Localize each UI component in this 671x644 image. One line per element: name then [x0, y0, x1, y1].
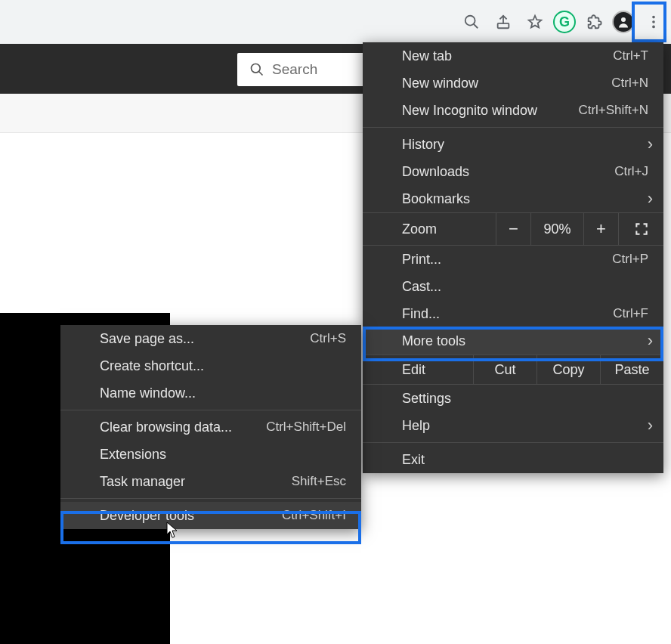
menu-separator [60, 410, 361, 410]
menu-item-label: Help [402, 418, 430, 434]
menu-item-label: Downloads [402, 164, 469, 180]
menu-item-label: Extensions [100, 447, 166, 463]
menu-exit[interactable]: Exit [363, 446, 663, 473]
menu-item-label: Task manager [100, 474, 185, 490]
chrome-more-tools-submenu: Save page as... Ctrl+S Create shortcut..… [60, 325, 361, 529]
menu-item-label: New Incognito window [402, 103, 537, 119]
zoom-in-button[interactable]: + [583, 213, 618, 245]
menu-item-label: Cast... [402, 279, 441, 295]
submenu-save-page[interactable]: Save page as... Ctrl+S [60, 325, 361, 352]
svg-point-0 [252, 64, 261, 73]
menu-separator [363, 127, 663, 128]
svg-point-5 [621, 17, 626, 22]
menu-print[interactable]: Print... Ctrl+P [363, 246, 663, 273]
menu-downloads[interactable]: Downloads Ctrl+J [363, 158, 663, 185]
menu-separator [363, 442, 663, 443]
menu-history[interactable]: History [363, 131, 663, 158]
menu-bookmarks[interactable]: Bookmarks [363, 185, 663, 212]
menu-item-shortcut: Ctrl+S [310, 331, 346, 346]
svg-line-1 [259, 72, 263, 76]
menu-new-incognito[interactable]: New Incognito window Ctrl+Shift+N [363, 97, 663, 124]
menu-new-window[interactable]: New window Ctrl+N [363, 70, 663, 97]
edit-paste[interactable]: Paste [600, 355, 663, 384]
zoom-label: Zoom [402, 221, 437, 237]
submenu-extensions[interactable]: Extensions [60, 441, 361, 468]
menu-zoom-row: Zoom − 90% + [363, 212, 663, 246]
menu-item-label: New tab [402, 48, 452, 64]
menu-item-shortcut: Ctrl+N [611, 76, 648, 91]
menu-item-shortcut: Ctrl+J [614, 164, 648, 179]
menu-item-label: More tools [402, 333, 465, 349]
menu-separator [60, 498, 361, 499]
menu-settings[interactable]: Settings [363, 385, 663, 412]
menu-item-label: Save page as... [100, 331, 194, 347]
fullscreen-button[interactable] [618, 213, 663, 245]
svg-point-2 [465, 16, 475, 26]
menu-item-shortcut: Ctrl+Shift+I [282, 508, 346, 523]
menu-item-label: Clear browsing data... [100, 420, 232, 435]
search-placeholder: Search [272, 61, 317, 78]
menu-cast[interactable]: Cast... [363, 273, 663, 300]
svg-line-3 [474, 24, 478, 29]
more-menu-button[interactable] [639, 4, 668, 40]
menu-item-shortcut: Shift+Esc [292, 474, 346, 489]
profile-avatar[interactable] [612, 11, 635, 33]
edit-cut[interactable]: Cut [473, 355, 536, 384]
menu-item-label: History [402, 137, 444, 153]
zoom-indicator-icon[interactable] [458, 8, 485, 36]
menu-help[interactable]: Help [363, 412, 663, 439]
edit-copy[interactable]: Copy [536, 355, 600, 384]
menu-item-label: Name window... [100, 385, 196, 401]
menu-more-tools[interactable]: More tools [363, 327, 663, 355]
chrome-toolbar: G [0, 0, 671, 44]
fullscreen-icon [634, 221, 649, 237]
menu-item-label: Print... [402, 252, 441, 268]
menu-item-shortcut: Ctrl+P [612, 252, 648, 267]
svg-point-6 [652, 16, 655, 19]
svg-point-7 [652, 20, 655, 23]
menu-item-label: Create shortcut... [100, 358, 204, 374]
submenu-create-shortcut[interactable]: Create shortcut... [60, 352, 361, 379]
extension-grammarly-icon[interactable]: G [553, 11, 576, 33]
menu-item-label: Settings [402, 391, 451, 407]
share-icon[interactable] [490, 8, 517, 36]
menu-find[interactable]: Find... Ctrl+F [363, 300, 663, 327]
svg-rect-4 [498, 23, 509, 28]
menu-item-label: Bookmarks [402, 191, 470, 207]
menu-item-shortcut: Ctrl+T [613, 48, 648, 63]
chrome-main-menu: New tab Ctrl+T New window Ctrl+N New Inc… [363, 42, 663, 473]
zoom-value: 90% [530, 213, 583, 245]
submenu-name-window[interactable]: Name window... [60, 379, 361, 407]
edit-label: Edit [402, 362, 425, 378]
menu-item-label: Exit [402, 452, 425, 468]
menu-new-tab[interactable]: New tab Ctrl+T [363, 42, 663, 70]
menu-item-shortcut: Ctrl+F [613, 306, 648, 321]
menu-item-label: Developer tools [100, 508, 194, 524]
search-icon [249, 62, 264, 77]
menu-item-label: New window [402, 76, 478, 91]
menu-item-label: Find... [402, 306, 440, 322]
menu-item-shortcut: Ctrl+Shift+N [578, 103, 648, 118]
star-icon[interactable] [521, 8, 549, 36]
menu-edit-row: Edit Cut Copy Paste [363, 355, 663, 385]
submenu-task-manager[interactable]: Task manager Shift+Esc [60, 468, 361, 495]
svg-point-8 [652, 26, 655, 29]
zoom-out-button[interactable]: − [496, 213, 530, 245]
menu-item-shortcut: Ctrl+Shift+Del [266, 420, 346, 435]
submenu-clear-browsing-data[interactable]: Clear browsing data... Ctrl+Shift+Del [60, 413, 361, 441]
extensions-puzzle-icon[interactable] [580, 8, 608, 36]
submenu-developer-tools[interactable]: Developer tools Ctrl+Shift+I [60, 502, 361, 529]
